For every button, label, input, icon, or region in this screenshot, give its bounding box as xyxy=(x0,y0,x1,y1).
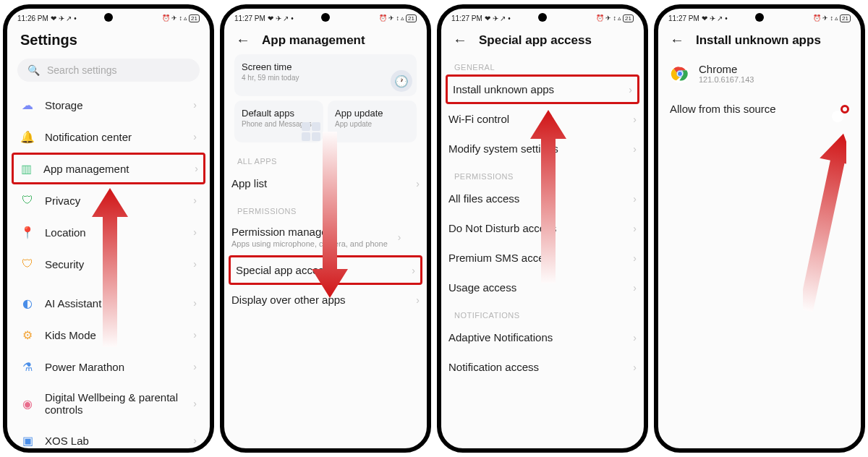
access-row[interactable]: Install unknown apps › xyxy=(446,74,639,104)
signal-icon: ▵ xyxy=(618,14,621,22)
row-label: Install unknown apps xyxy=(453,83,618,95)
access-row[interactable]: Do Not Disturb access › xyxy=(441,213,644,243)
settings-row[interactable]: 🔔 Notification center › xyxy=(13,121,204,153)
ic-sec-icon: 🛡 xyxy=(20,257,35,271)
access-row[interactable]: All files access › xyxy=(441,184,644,213)
back-button[interactable]: ← xyxy=(236,32,250,48)
row-label: Adaptive Notifications xyxy=(448,331,623,343)
ic-ai-icon: ◐ xyxy=(20,296,35,310)
card-app-update[interactable]: App update App update xyxy=(328,101,417,142)
battery-icon: 21 xyxy=(406,14,417,22)
access-row[interactable]: Modify system settings › xyxy=(441,134,644,163)
access-row[interactable]: Premium SMS access › xyxy=(441,243,644,273)
settings-row[interactable]: ▣ XOS Lab › xyxy=(13,424,204,453)
access-row[interactable]: Wi-Fi control › xyxy=(441,104,644,134)
row-label: Notification center xyxy=(45,131,183,143)
status-time: 11:26 PM xyxy=(17,14,48,22)
page-title: App management xyxy=(262,33,365,48)
page-title: Special app access xyxy=(479,33,592,48)
ic-xos-icon: ▣ xyxy=(20,433,35,448)
access-row[interactable]: Adaptive Notifications › xyxy=(441,323,644,352)
access-row[interactable]: Notification access › xyxy=(441,352,644,382)
camera-hole-icon xyxy=(321,13,330,22)
settings-row[interactable]: 📍 Location › xyxy=(13,216,204,248)
header: ← Install unknown apps xyxy=(658,25,861,54)
chevron-right-icon: › xyxy=(633,252,637,264)
settings-row[interactable]: ⚙ Kids Mode › xyxy=(13,319,204,351)
header: Settings xyxy=(7,25,210,54)
back-button[interactable]: ← xyxy=(670,32,684,48)
phone-settings: 11:26 PM❤ ✈ ↗ • ⏰ ✈ ↕▵21 Settings 🔍 Sear… xyxy=(3,4,214,453)
row-label: Do Not Disturb access xyxy=(448,222,623,234)
row-label: Modify system settings xyxy=(448,142,623,155)
chevron-right-icon: › xyxy=(416,294,420,306)
section-all-apps: ALL APPS xyxy=(224,148,427,168)
settings-row[interactable]: ▥ App management › xyxy=(12,153,205,184)
search-input[interactable]: 🔍 Search settings xyxy=(17,59,200,82)
row-app-list[interactable]: App list › xyxy=(224,168,427,198)
chevron-right-icon: › xyxy=(193,226,197,238)
chevron-right-icon: › xyxy=(193,99,197,111)
status-right-icons: ⏰ ✈ ↕ xyxy=(162,14,183,22)
chevron-right-icon: › xyxy=(193,131,197,142)
settings-list-2: ◐ AI Assistant › ⚙ Kids Mode › ⚗ Power M… xyxy=(7,287,210,453)
battery-icon: 21 xyxy=(623,14,634,22)
ic-app-icon: ▥ xyxy=(19,161,33,176)
settings-row[interactable]: 🛡 Privacy › xyxy=(13,184,204,216)
row-label: Storage xyxy=(45,99,183,111)
chevron-right-icon: › xyxy=(193,361,197,372)
settings-row[interactable]: ☁ Storage › xyxy=(13,89,204,121)
row-permission-manager[interactable]: Permission manager Apps using microphone… xyxy=(224,218,427,255)
card-default-apps[interactable]: Default apps Phone and Messages xyxy=(234,101,323,142)
access-row[interactable]: Usage access › xyxy=(441,273,644,302)
status-right-icons: ⏰ ✈ ↕ xyxy=(379,14,400,22)
card-title: Screen time xyxy=(242,61,409,72)
chevron-right-icon: › xyxy=(633,114,637,125)
status-right-icons: ⏰ ✈ ↕ xyxy=(596,14,617,22)
allow-source-label: Allow from this source xyxy=(670,103,776,115)
row-display-over-apps[interactable]: Display over other apps › xyxy=(224,285,427,315)
ic-loc-icon: 📍 xyxy=(20,225,35,239)
chrome-icon xyxy=(670,64,690,84)
card-title: Default apps xyxy=(242,108,316,119)
page-title: Settings xyxy=(19,32,77,48)
back-button[interactable]: ← xyxy=(453,32,467,48)
settings-row[interactable]: ◐ AI Assistant › xyxy=(13,287,204,319)
settings-row[interactable]: 🛡 Security › xyxy=(13,248,204,280)
signal-icon: ▵ xyxy=(401,14,404,22)
row-label: Usage access xyxy=(448,281,623,294)
header: ← App management xyxy=(224,25,427,54)
app-version: 121.0.6167.143 xyxy=(699,75,754,84)
ic-storage-icon: ☁ xyxy=(20,98,35,112)
row-label: Notification access xyxy=(448,361,623,373)
chevron-right-icon: › xyxy=(193,435,197,446)
ic-priv-icon: 🛡 xyxy=(20,193,35,208)
chevron-right-icon: › xyxy=(193,398,197,409)
card-screen-time[interactable]: Screen time 4 hr, 59 min today 🕐 xyxy=(234,54,417,96)
settings-row[interactable]: ◉ Digital Wellbeing & parental controls … xyxy=(13,383,204,424)
battery-icon: 21 xyxy=(189,14,200,22)
chevron-right-icon: › xyxy=(193,297,197,309)
row-label: Wi-Fi control xyxy=(448,113,623,125)
card-subtitle: 4 hr, 59 min today xyxy=(242,74,409,82)
row-special-app-access[interactable]: Special app access › xyxy=(229,255,422,285)
chevron-right-icon: › xyxy=(412,265,415,276)
chevron-right-icon: › xyxy=(398,231,401,243)
signal-icon: ▵ xyxy=(835,14,838,22)
ic-kids-icon: ⚙ xyxy=(20,328,35,342)
section-notifications: NOTIFICATIONS xyxy=(441,302,644,323)
search-icon: 🔍 xyxy=(27,64,40,76)
phone-install-unknown-apps: 11:27 PM❤ ✈ ↗ • ⏰ ✈ ↕▵21 ← Install unkno… xyxy=(654,4,865,453)
card-title: App update xyxy=(335,108,409,119)
camera-hole-icon xyxy=(755,13,764,22)
chevron-right-icon: › xyxy=(633,332,637,343)
chevron-right-icon: › xyxy=(633,193,637,205)
svg-marker-6 xyxy=(803,132,846,312)
settings-list: ☁ Storage › 🔔 Notification center › ▥ Ap… xyxy=(7,89,210,280)
section-permissions: PERMISSIONS xyxy=(224,198,427,218)
ic-well-icon: ◉ xyxy=(20,396,35,411)
ic-power-icon: ⚗ xyxy=(20,359,35,374)
settings-row[interactable]: ⚗ Power Marathon › xyxy=(13,351,204,383)
chevron-right-icon: › xyxy=(193,329,197,341)
app-entry-chrome: Chrome 121.0.6167.143 xyxy=(658,54,861,93)
